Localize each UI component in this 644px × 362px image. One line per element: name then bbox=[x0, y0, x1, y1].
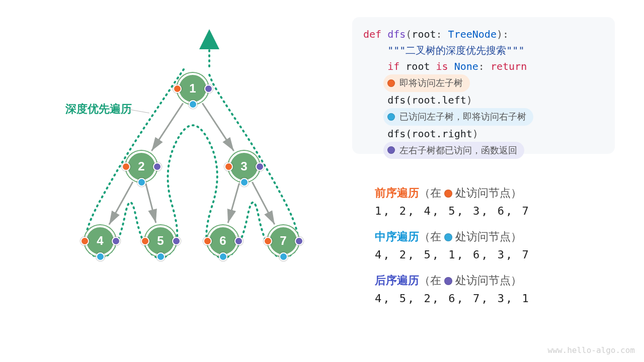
postorder-dot-icon bbox=[256, 162, 264, 171]
chip-preorder: 即将访问左子树 bbox=[363, 74, 604, 92]
tree-node-4: 4 bbox=[85, 225, 116, 256]
postorder-dot-icon bbox=[295, 237, 303, 245]
orange-dot-icon bbox=[444, 190, 452, 198]
inorder-dot-icon bbox=[219, 252, 227, 261]
postorder-dot-icon bbox=[112, 237, 120, 245]
inorder-title: 中序遍历（在处访问节点） bbox=[375, 229, 606, 244]
code-if: if root is None: return bbox=[363, 58, 604, 74]
chip-postorder: 左右子树都已访问，函数返回 bbox=[363, 142, 604, 159]
inorder-dot-icon bbox=[279, 252, 288, 261]
preorder-seq: 1, 2, 4, 5, 3, 6, 7 bbox=[375, 205, 606, 217]
tree-edge bbox=[146, 184, 156, 223]
preorder-dot-icon bbox=[224, 162, 233, 171]
preorder-dot-icon bbox=[264, 237, 272, 245]
postorder-dot-icon bbox=[153, 162, 162, 171]
tree-node-3: 3 bbox=[228, 151, 260, 182]
tree-edge bbox=[151, 103, 183, 151]
postorder-dot-icon bbox=[172, 237, 181, 245]
tree-node-7: 7 bbox=[268, 225, 299, 256]
preorder-dot-icon bbox=[80, 237, 89, 245]
preorder-dot-icon bbox=[141, 237, 149, 245]
postorder-dot-icon bbox=[204, 84, 213, 93]
preorder-dot-icon bbox=[203, 237, 212, 245]
tree-node-6: 6 bbox=[207, 225, 238, 256]
purple-dot-icon bbox=[444, 277, 452, 285]
code-docstring: """二叉树的深度优先搜索""" bbox=[363, 42, 604, 58]
tree-node-1: 1 bbox=[177, 73, 208, 104]
code-panel: def dfs(root: TreeNode): """二叉树的深度优先搜索""… bbox=[352, 17, 615, 154]
preorder-title: 前序遍历（在处访问节点） bbox=[375, 186, 606, 201]
preorder-dot-icon bbox=[173, 84, 182, 93]
postorder-title: 后序遍历（在处访问节点） bbox=[375, 273, 606, 288]
tree-edge bbox=[228, 184, 239, 223]
tree-node-2: 2 bbox=[126, 151, 157, 182]
blue-dot-icon bbox=[444, 233, 452, 241]
tree-edge bbox=[252, 182, 274, 224]
watermark: www.hello-algo.com bbox=[548, 345, 635, 355]
code-defline: def dfs(root: TreeNode): bbox=[363, 26, 604, 42]
inorder-dot-icon bbox=[240, 178, 249, 187]
tree-node-5: 5 bbox=[145, 225, 176, 256]
code-dfs-left: dfs(root.left) bbox=[363, 92, 604, 108]
inorder-seq: 4, 2, 5, 1, 6, 3, 7 bbox=[375, 248, 606, 261]
postorder-dot-icon bbox=[234, 237, 243, 245]
tree-edge bbox=[109, 182, 133, 225]
postorder-seq: 4, 5, 2, 6, 7, 3, 1 bbox=[375, 292, 606, 305]
tree-canvas bbox=[0, 0, 322, 362]
code-dfs-right: dfs(root.right) bbox=[363, 126, 604, 142]
inorder-dot-icon bbox=[137, 178, 146, 187]
inorder-dot-icon bbox=[156, 252, 165, 261]
inorder-dot-icon bbox=[189, 100, 197, 109]
inorder-dot-icon bbox=[96, 252, 105, 261]
traversal-results: 前序遍历（在处访问节点） 1, 2, 4, 5, 3, 6, 7 中序遍历（在处… bbox=[375, 173, 606, 305]
tree-diagram: 深度优先遍历 1234567 bbox=[0, 0, 322, 362]
preorder-dot-icon bbox=[122, 162, 130, 171]
chip-inorder: 已访问左子树，即将访问右子树 bbox=[363, 108, 604, 126]
